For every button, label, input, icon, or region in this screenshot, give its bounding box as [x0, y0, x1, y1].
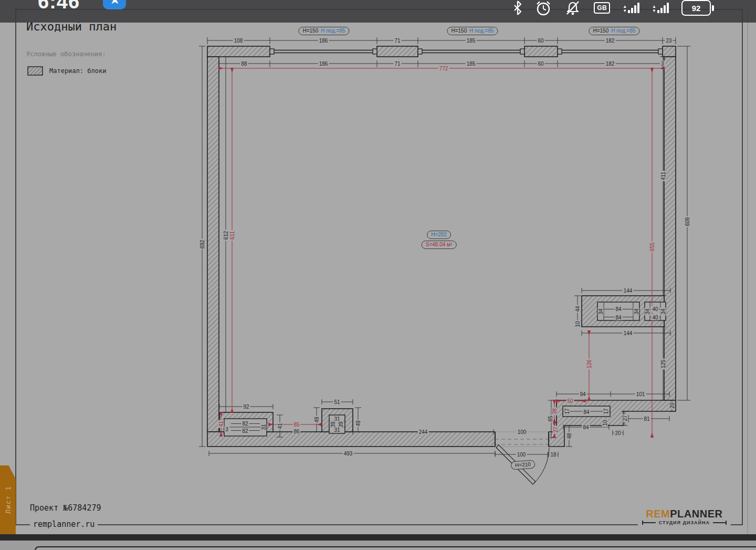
next-sheet-edge[interactable] — [35, 546, 756, 550]
status-icons: GB ▲▼ ▲▼ 92 — [513, 0, 714, 23]
site-url: remplanner.ru — [30, 520, 98, 529]
room-area-tag: S=48.04 м² — [422, 241, 457, 249]
door — [495, 432, 549, 484]
legend-item: Материал: блоки — [27, 66, 106, 76]
sheet-frame — [16, 9, 748, 534]
logo-subtitle: СТУДИЯ ДИЗАЙНА — [659, 520, 710, 525]
sheet-tab[interactable]: Лист 1 — [0, 465, 16, 534]
page-divider — [0, 534, 756, 541]
logo-rule-right — [713, 522, 727, 523]
door-height-tag: H=210 — [511, 460, 536, 470]
project-number: Проект №6784279 — [30, 503, 101, 513]
sim-gb-icon: GB — [594, 2, 610, 14]
battery-icon: 92 — [681, 0, 714, 16]
clock-text: 6:46 — [38, 0, 80, 13]
legend-item-label: Материал: блоки — [49, 67, 106, 75]
logo-planner: PLANNER — [670, 508, 722, 520]
legend-heading: Условные обозначения: — [26, 50, 106, 58]
room-height-tag: H=282 — [427, 231, 451, 239]
alarm-clock-icon — [535, 0, 552, 16]
cell-signal-1-icon: ▲▼ — [623, 3, 639, 13]
cell-signal-2-icon: ▲▼ — [652, 3, 669, 13]
hatch-swatch-icon — [27, 66, 43, 76]
battery-percent: 92 — [692, 4, 701, 13]
remplanner-logo: REMPLANNER СТУДИЯ ДИЗАЙНА — [638, 509, 731, 525]
logo-rem: REM — [646, 508, 670, 520]
tablet-screen: 1081867118560182238818671185601823772692… — [0, 0, 756, 550]
location-arrow-icon: ➤ — [103, 0, 126, 9]
bluetooth-icon — [513, 0, 522, 16]
logo-rule-left — [642, 522, 656, 523]
floor-plan-drawing[interactable] — [0, 0, 756, 550]
red-dimension-lines — [219, 68, 664, 438]
windows — [270, 49, 663, 54]
sheet-tab-label: Лист 1 — [4, 486, 12, 514]
mute-bell-icon — [564, 0, 581, 16]
status-bar: 6:46 ➤ GB ▲▼ ▲▼ — [0, 0, 756, 23]
